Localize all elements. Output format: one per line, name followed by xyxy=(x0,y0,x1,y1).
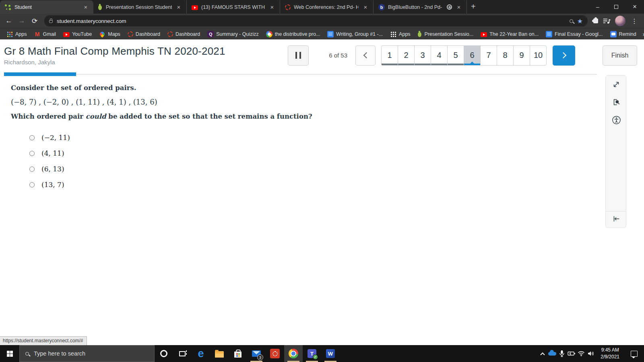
tray-expand-button[interactable] xyxy=(538,345,547,362)
minimize-button[interactable]: – xyxy=(588,0,607,14)
onedrive-button[interactable] xyxy=(547,345,557,362)
edge-button[interactable]: e xyxy=(192,345,210,362)
taskbar-clock[interactable]: 9:45 AM 2/9/2021 xyxy=(596,347,624,361)
canvas-app-button[interactable] xyxy=(266,345,284,362)
page-button-6[interactable]: 6 xyxy=(464,45,481,66)
expand-fullscreen-button[interactable] xyxy=(606,76,627,93)
tab-strip: Student × Presentation Session Student ×… xyxy=(0,0,644,14)
tab-youtube[interactable]: (13) FAMOUS STARS WITH THEIR × xyxy=(187,0,280,14)
address-bar[interactable]: student.masteryconnect.com ★ xyxy=(44,15,588,27)
task-view-button[interactable] xyxy=(173,345,192,362)
browser-menu-icon[interactable]: ⋮ xyxy=(630,17,639,25)
cortana-icon xyxy=(160,350,167,357)
answer-option-c[interactable]: (6, 13) xyxy=(29,166,644,172)
bookmarks-overflow-chevron-icon[interactable]: » xyxy=(640,31,644,37)
previous-question-button[interactable] xyxy=(355,45,376,66)
teams-button[interactable]: T ✓ xyxy=(303,345,321,362)
page-button-4[interactable]: 4 xyxy=(431,45,448,66)
page-button-5[interactable]: 5 xyxy=(447,45,464,66)
battery-charging-icon xyxy=(568,351,576,356)
bookmark-apps-2[interactable]: Apps xyxy=(387,30,414,39)
action-center-icon[interactable] xyxy=(631,351,638,357)
page-button-9[interactable]: 9 xyxy=(513,45,530,66)
tab-close-icon[interactable]: × xyxy=(268,4,276,11)
tab-close-icon[interactable]: × xyxy=(82,4,89,11)
tab-presentation-session[interactable]: Presentation Session Student × xyxy=(93,0,187,14)
page-button-3[interactable]: 3 xyxy=(414,45,431,66)
radio-button[interactable] xyxy=(29,135,35,140)
word-button[interactable]: W xyxy=(321,345,340,362)
chevron-left-icon xyxy=(363,52,369,59)
page-button-7[interactable]: 7 xyxy=(480,45,497,66)
media-controls-icon[interactable] xyxy=(602,16,611,25)
tab-close-icon[interactable]: × xyxy=(362,4,369,11)
reload-button[interactable]: ⟳ xyxy=(29,15,40,27)
bookmark-youtube[interactable]: YouTube xyxy=(60,30,95,38)
bookmark-22-year-ban[interactable]: The 22-Year Ban on... xyxy=(477,30,542,38)
file-explorer-button[interactable] xyxy=(210,345,229,362)
bookmark-gmail[interactable]: MGmail xyxy=(31,30,60,39)
bookmark-remind[interactable]: Remind xyxy=(607,30,640,39)
microphone-button[interactable] xyxy=(557,345,567,362)
tab-bigbluebutton[interactable]: b BigBlueButton - 2nd Pd- Hea × xyxy=(374,0,467,14)
zoom-icon[interactable] xyxy=(570,19,573,23)
answer-option-a[interactable]: (−2, 11) xyxy=(29,135,644,140)
onedrive-cloud-icon xyxy=(548,352,556,356)
close-window-button[interactable]: × xyxy=(625,0,644,14)
answer-option-d[interactable]: (13, 7) xyxy=(29,182,644,187)
new-tab-button[interactable]: + xyxy=(467,2,481,14)
taskbar-search-input[interactable]: Type here to search xyxy=(19,345,155,362)
battery-button[interactable] xyxy=(567,345,576,362)
test-header: Gr 8 Math Final Comp Memphis TN 2020-202… xyxy=(0,39,644,66)
back-button[interactable]: ← xyxy=(3,15,14,27)
bookmark-apps[interactable]: Apps xyxy=(3,30,30,39)
forward-button[interactable]: → xyxy=(16,15,27,27)
pause-button[interactable] xyxy=(288,45,309,66)
tab-close-icon[interactable]: × xyxy=(175,4,182,11)
answer-option-b[interactable]: (4, 11) xyxy=(29,150,644,156)
bookmark-dashboard-2[interactable]: Dashboard xyxy=(164,30,203,38)
mail-button[interactable]: 3 xyxy=(247,345,266,362)
collapse-panel-button[interactable] xyxy=(606,210,627,228)
page-button-2[interactable]: 2 xyxy=(398,45,415,66)
pause-icon xyxy=(295,52,301,59)
next-question-button[interactable] xyxy=(553,45,575,66)
page-button-8[interactable]: 8 xyxy=(497,45,514,66)
page-magnifier-button[interactable] xyxy=(606,93,627,111)
bookmark-star-icon[interactable]: ★ xyxy=(577,17,583,25)
cortana-button[interactable] xyxy=(155,345,173,362)
tab-title: Presentation Session Student xyxy=(106,4,172,10)
bookmark-label: Maps xyxy=(108,31,120,37)
tab-close-icon[interactable]: × xyxy=(455,4,462,11)
bookmark-distributive[interactable]: the distributive pro... xyxy=(263,30,324,39)
accessibility-button[interactable] xyxy=(606,111,627,129)
page-number: 2 xyxy=(404,51,408,60)
bookmark-maps[interactable]: Maps xyxy=(96,30,124,39)
url-text[interactable]: student.masteryconnect.com xyxy=(57,18,566,24)
edge-icon: e xyxy=(198,348,204,359)
profile-avatar[interactable] xyxy=(615,16,625,26)
tab-student[interactable]: Student × xyxy=(0,0,93,14)
chrome-button[interactable] xyxy=(284,345,303,362)
bookmark-final-essay[interactable]: Final Essay - Googl... xyxy=(543,30,606,39)
finish-button[interactable]: Finish xyxy=(603,45,637,66)
tab-web-conferences[interactable]: Web Conferences: 2nd Pd- Health × xyxy=(280,0,374,14)
bookmark-dashboard-1[interactable]: Dashboard xyxy=(124,30,163,38)
option-label: (−2, 11) xyxy=(41,134,70,142)
microsoft-store-button[interactable] xyxy=(229,345,247,362)
maximize-button[interactable] xyxy=(607,0,625,14)
start-button[interactable] xyxy=(0,345,19,362)
bookmark-label: Presentation Sessio... xyxy=(425,31,474,37)
radio-button[interactable] xyxy=(29,182,35,187)
radio-button[interactable] xyxy=(29,151,35,156)
bookmark-quizizz[interactable]: QSummary - Quizizz xyxy=(204,30,262,39)
radio-button[interactable] xyxy=(29,167,35,172)
ordered-pairs-set: (−8, 7) , (−2, 0) , (1, 11) , (4, 1) , (… xyxy=(11,98,644,106)
page-button-10[interactable]: 10 xyxy=(530,45,547,66)
bookmark-presentation[interactable]: Presentation Sessio... xyxy=(415,30,477,39)
page-button-1[interactable]: 1 xyxy=(381,45,398,66)
volume-button[interactable] xyxy=(586,345,596,362)
extensions-puzzle-icon[interactable] xyxy=(593,19,598,23)
bookmark-writing-group[interactable]: Writing, Group #1 -... xyxy=(324,30,386,39)
wifi-button[interactable] xyxy=(576,345,586,362)
